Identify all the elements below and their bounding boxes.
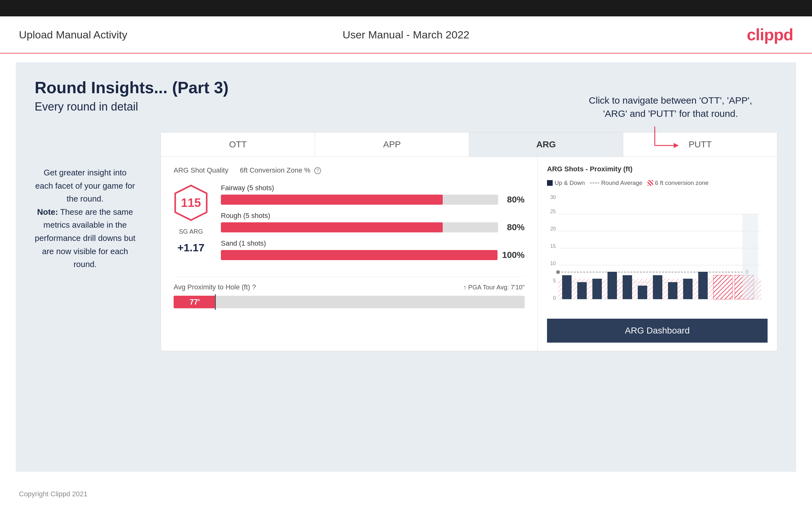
legend-conversion: 6 ft conversion zone	[648, 179, 709, 186]
prox-help-icon[interactable]: ?	[252, 283, 256, 291]
clippd-logo: clippd	[747, 25, 793, 44]
tab-app[interactable]: APP	[315, 132, 469, 157]
svg-rect-27	[638, 286, 647, 299]
svg-rect-25	[608, 272, 617, 299]
pga-avg-label: ↑ PGA Tour Avg: 7'10"	[463, 284, 525, 291]
main-content: Round Insights... (Part 3) Every round i…	[16, 62, 796, 472]
bar-row-fairway: Fairway (5 shots) 80%	[221, 184, 525, 205]
svg-point-19	[556, 270, 560, 274]
svg-text:25: 25	[550, 209, 556, 214]
svg-marker-2	[674, 143, 679, 148]
sg-value: +1.17	[177, 241, 204, 254]
svg-rect-24	[592, 279, 602, 299]
svg-text:10: 10	[550, 261, 556, 266]
prox-bar-container: 77'	[173, 296, 525, 308]
bar-row-rough: Rough (5 shots) 80%	[221, 212, 525, 232]
chart-header: ARG Shots - Proximity (ft) Up & Down Rou…	[547, 165, 768, 186]
bar-pct-sand: 100%	[502, 250, 525, 260]
bar-fill-fairway	[221, 194, 443, 205]
hexagon-wrap: 115 SG ARG +1.17	[173, 184, 208, 254]
prox-cursor	[215, 294, 216, 310]
sg-label: SG ARG	[179, 228, 203, 235]
chart-svg: 0 5 10 15 20 25 30	[547, 193, 768, 313]
annotation-text: Click to navigate between 'OTT', 'APP','…	[589, 94, 752, 161]
arg-dashboard-button[interactable]: ARG Dashboard	[547, 319, 768, 343]
top-bar	[0, 0, 812, 16]
bar-fill-sand	[221, 250, 498, 260]
svg-rect-26	[623, 275, 632, 299]
copyright: Copyright Clippd 2021	[0, 481, 812, 507]
score-section: 115 SG ARG +1.17 Fairway (5 shots)	[173, 184, 525, 267]
header: Upload Manual Activity User Manual - Mar…	[0, 16, 812, 54]
section-label: ARG Shot Quality 6ft Conversion Zone % ?	[173, 166, 525, 174]
svg-rect-22	[562, 275, 571, 299]
panel-body: ARG Shot Quality 6ft Conversion Zone % ?	[161, 157, 777, 351]
dashboard-panel: OTT APP ARG PUTT ARG Shot Quality 6ft Co…	[161, 132, 777, 351]
svg-rect-36	[742, 214, 758, 299]
svg-rect-29	[668, 282, 677, 299]
main-inner: Round Insights... (Part 3) Every round i…	[35, 78, 777, 351]
help-icon[interactable]: ?	[314, 167, 321, 174]
hex-value: 115	[181, 196, 201, 210]
bar-pct-rough: 80%	[503, 222, 525, 232]
svg-rect-28	[653, 275, 662, 299]
legend-hatched-icon	[648, 180, 653, 186]
bar-fill-rough	[221, 222, 443, 232]
svg-text:30: 30	[550, 194, 556, 200]
svg-rect-31	[698, 272, 708, 299]
prox-label: Avg Proximity to Hole (ft) ?	[173, 283, 256, 291]
legend-round-avg: Round Average	[590, 179, 643, 186]
right-panel: ARG Shots - Proximity (ft) Up & Down Rou…	[538, 157, 777, 351]
chart-area: 0 5 10 15 20 25 30	[547, 193, 768, 313]
document-title: User Manual - March 2022	[343, 29, 469, 41]
svg-rect-32	[713, 275, 732, 299]
left-description: Get greater insight into each facet of y…	[35, 166, 136, 271]
upload-link[interactable]: Upload Manual Activity	[19, 29, 127, 41]
legend-square-icon	[547, 180, 553, 186]
prox-bar-fill: 77'	[173, 296, 216, 308]
hexagon-score: 115	[173, 184, 208, 222]
chart-title: ARG Shots - Proximity (ft)	[547, 165, 632, 173]
svg-text:5: 5	[553, 278, 556, 283]
prox-bar-track: 77'	[173, 296, 525, 308]
svg-text:0: 0	[553, 295, 556, 301]
svg-text:20: 20	[550, 226, 556, 231]
bars-section: Fairway (5 shots) 80% Rough	[221, 184, 525, 267]
legend-dashed-icon	[590, 183, 599, 183]
bar-pct-fairway: 80%	[503, 194, 525, 205]
tab-ott[interactable]: OTT	[161, 132, 315, 157]
proximity-section: Avg Proximity to Hole (ft) ? ↑ PGA Tour …	[173, 277, 525, 308]
svg-text:15: 15	[550, 243, 556, 249]
svg-rect-30	[683, 279, 693, 299]
bar-row-sand: Sand (1 shots) 100%	[221, 239, 525, 260]
left-panel: ARG Shot Quality 6ft Conversion Zone % ?	[161, 157, 538, 351]
legend-up-down: Up & Down	[547, 179, 585, 186]
chart-legend: Up & Down Round Average 6 ft conversion …	[547, 179, 709, 186]
svg-rect-23	[577, 282, 587, 299]
